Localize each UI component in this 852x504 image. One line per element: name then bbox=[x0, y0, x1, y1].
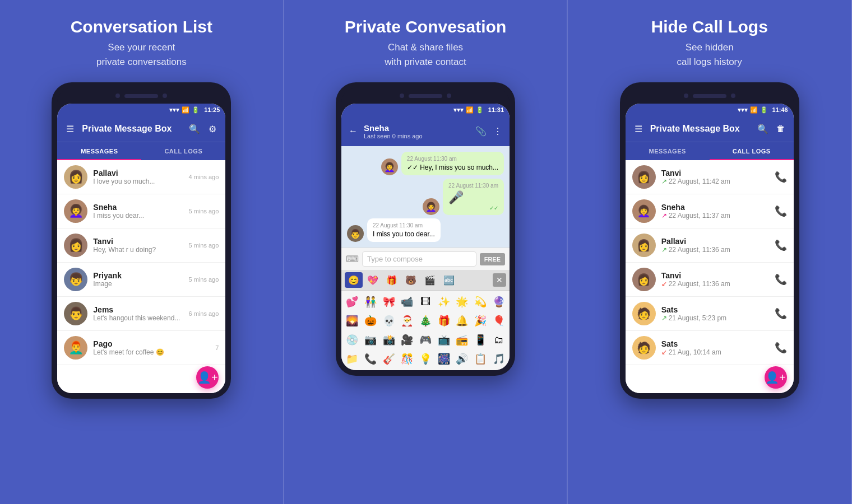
fab-1[interactable]: 👤+ bbox=[196, 366, 219, 389]
more-icon-2[interactable]: ⋮ bbox=[492, 125, 504, 137]
wifi-icon-1: 📶 bbox=[182, 106, 189, 114]
emoji-pumpkin[interactable]: 🎃 bbox=[362, 312, 379, 330]
avatar-priyank: 👦 bbox=[64, 268, 87, 291]
time-3: 11:46 bbox=[772, 106, 788, 113]
emoji-gamepad[interactable]: 🎮 bbox=[417, 331, 434, 349]
emoji-dizzy[interactable]: 💫 bbox=[472, 293, 489, 311]
call-phone-icon-3[interactable]: 📞 bbox=[775, 239, 787, 251]
emoji-hearts[interactable]: 💕 bbox=[344, 293, 361, 311]
emoji-tel[interactable]: 📞 bbox=[362, 350, 379, 368]
emoji-couple[interactable]: 👫 bbox=[362, 293, 379, 311]
menu-icon-1[interactable]: ☰ bbox=[64, 123, 76, 135]
emoji-party[interactable]: 🎉 bbox=[472, 312, 489, 330]
conv-item-tanvi[interactable]: 👩 Tanvi Hey, What r u doing? 5 mins ago bbox=[57, 228, 225, 263]
call-phone-icon-5[interactable]: 📞 bbox=[775, 307, 787, 320]
emoji-crystal[interactable]: 🔮 bbox=[490, 293, 507, 311]
emoji-tree[interactable]: 🎄 bbox=[417, 312, 434, 330]
back-icon-2[interactable]: ← bbox=[347, 125, 359, 137]
emoji-bell[interactable]: 🔔 bbox=[453, 312, 471, 330]
emoji-tab-animals[interactable]: 🐻 bbox=[402, 272, 420, 288]
call-item-sats-2[interactable]: 🧑 Sats ↙ 21 Aug, 10:14 am 📞 bbox=[626, 331, 794, 365]
call-phone-icon-1[interactable]: 📞 bbox=[775, 171, 787, 183]
emoji-sparkles[interactable]: ✨ bbox=[435, 293, 452, 311]
msg-row-3: 👨 22 August 11:30 am I miss you too dear… bbox=[347, 218, 504, 242]
call-item-sats-1[interactable]: 🧑 Sats ↗ 21 August, 5:23 pm 📞 bbox=[626, 297, 794, 331]
emoji-music[interactable]: 🎵 bbox=[490, 350, 507, 368]
call-item-pallavi[interactable]: 👩 Pallavi ↗ 22 August, 11:36 am 📞 bbox=[626, 228, 794, 263]
emoji-star[interactable]: 🌟 bbox=[453, 293, 471, 311]
compose-input-2[interactable]: Type to compose bbox=[362, 251, 476, 267]
emoji-video[interactable]: 📹 bbox=[399, 293, 416, 311]
call-item-tanvi-1[interactable]: 👩 Tanvi ↗ 22 August, 11:42 am 📞 bbox=[626, 160, 794, 194]
call-time-sats-2: ↙ 21 Aug, 10:14 am bbox=[661, 348, 769, 356]
emoji-tab-text[interactable]: 🔤 bbox=[440, 272, 458, 288]
emoji-santa[interactable]: 🎅 bbox=[399, 312, 416, 330]
emoji-phone[interactable]: 📱 bbox=[472, 331, 489, 349]
call-arrow-sats-2: ↙ bbox=[661, 348, 667, 356]
emoji-confetti[interactable]: 🎊 bbox=[399, 350, 416, 368]
bubble-meta-2: 22 August 11:30 am bbox=[448, 183, 498, 189]
conv-item-sneha[interactable]: 👩‍🦱 Sneha I miss you dear... 5 mins ago bbox=[57, 194, 225, 228]
emoji-sunrise[interactable]: 🌄 bbox=[344, 312, 361, 330]
emoji-radio[interactable]: 📻 bbox=[453, 331, 471, 349]
emoji-tv[interactable]: 📺 bbox=[435, 331, 452, 349]
emoji-files[interactable]: 📁 bbox=[344, 350, 361, 368]
chat-header-info-2: Sneha Last seen 0 mins ago bbox=[364, 123, 470, 139]
delete-icon-3[interactable]: 🗑 bbox=[775, 123, 787, 135]
signal-icon-2: ▾▾▾ bbox=[453, 106, 464, 114]
emoji-close-btn[interactable]: ✕ bbox=[493, 273, 506, 287]
tab-messages-1[interactable]: MESSAGES bbox=[57, 142, 141, 160]
wifi-icon-3: 📶 bbox=[750, 106, 758, 114]
call-avatar-tanvi-2: 👩 bbox=[632, 268, 656, 291]
call-item-tanvi-2[interactable]: 👩 Tanvi ↙ 22 August, 11:36 am 📞 bbox=[626, 263, 794, 297]
emoji-tab-media[interactable]: 🎬 bbox=[421, 272, 439, 288]
emoji-toolbar-2: 😊 💖 🎁 🐻 🎬 🔤 ✕ bbox=[341, 270, 510, 291]
conv-item-jems[interactable]: 👨 Jems Let's hangout this weekend... 6 m… bbox=[57, 297, 225, 331]
emoji-speaker[interactable]: 🔊 bbox=[453, 350, 471, 368]
time-2: 11:31 bbox=[488, 106, 504, 113]
tab-calllogs-1[interactable]: CALL LOGS bbox=[141, 142, 225, 160]
emoji-selfie[interactable]: 📸 bbox=[380, 331, 397, 349]
emoji-folder[interactable]: 🗂 bbox=[490, 331, 507, 349]
call-item-sneha[interactable]: 👩‍🦱 Sneha ↗ 22 August, 11:37 am 📞 bbox=[626, 194, 794, 228]
camera-1 bbox=[115, 94, 120, 98]
emoji-skull[interactable]: 💀 bbox=[380, 312, 397, 330]
attach-icon-2[interactable]: 📎 bbox=[475, 125, 487, 137]
emoji-tab-gifts[interactable]: 🎁 bbox=[383, 272, 401, 288]
menu-icon-3[interactable]: ☰ bbox=[632, 123, 645, 135]
call-phone-icon-2[interactable]: 📞 bbox=[775, 205, 787, 217]
emoji-bulb[interactable]: 💡 bbox=[417, 350, 434, 368]
emoji-tab-hearts[interactable]: 💖 bbox=[364, 272, 382, 288]
conv-info-jems: Jems Let's hangout this weekend... bbox=[93, 305, 183, 322]
search-icon-3[interactable]: 🔍 bbox=[757, 123, 769, 135]
avatar-sneha: 👩‍🦱 bbox=[64, 199, 87, 223]
emoji-clipboard[interactable]: 📋 bbox=[472, 350, 489, 368]
emoji-gift[interactable]: 🎁 bbox=[435, 312, 452, 330]
fab-3[interactable]: 👤+ bbox=[765, 366, 787, 389]
call-phone-icon-4[interactable]: 📞 bbox=[775, 273, 787, 286]
emoji-guitar[interactable]: 🎸 bbox=[380, 350, 397, 368]
conv-item-priyank[interactable]: 👦 Priyank Image 5 mins ago bbox=[57, 263, 225, 297]
emoji-movie[interactable]: 🎥 bbox=[399, 331, 416, 349]
tab-calllogs-3[interactable]: CALL LOGS bbox=[710, 142, 794, 160]
conv-name-pallavi: Pallavi bbox=[93, 169, 183, 178]
tab-messages-3[interactable]: MESSAGES bbox=[626, 142, 710, 160]
chat-header-2: ← Sneha Last seen 0 mins ago 📎 ⋮ bbox=[341, 116, 510, 146]
conv-info-tanvi: Tanvi Hey, What r u doing? bbox=[93, 237, 183, 254]
settings-icon-1[interactable]: ⚙ bbox=[206, 123, 219, 135]
msg-row-2: 22 August 11:30 am 🎤 ✓✓ 👩‍🦱 bbox=[347, 179, 504, 215]
emoji-balloon[interactable]: 🎈 bbox=[490, 312, 507, 330]
search-icon-1[interactable]: 🔍 bbox=[188, 123, 201, 135]
emoji-bow[interactable]: 🎀 bbox=[380, 293, 397, 311]
emoji-film[interactable]: 🎞 bbox=[417, 293, 434, 311]
conv-item-pallavi[interactable]: 👩 Pallavi I love you so much... 4 mins a… bbox=[57, 160, 225, 194]
emoji-disc[interactable]: 💿 bbox=[344, 331, 361, 349]
conv-item-pago[interactable]: 👨‍🦰 Pago Let's meet for coffee 😊 7 bbox=[57, 331, 225, 365]
emoji-camera[interactable]: 📷 bbox=[362, 331, 379, 349]
emoji-grid-2: 💕 👫 🎀 📹 🎞 ✨ 🌟 💫 🔮 🌄 🎃 💀 🎅 🎄 🎁 🔔 🎉 🎈 💿 bbox=[341, 291, 510, 370]
status-bar-1: ▾▾▾ 📶 🔋 11:25 bbox=[57, 104, 225, 116]
emoji-tab-smiley[interactable]: 😊 bbox=[345, 272, 363, 288]
emoji-fireworks[interactable]: 🎆 bbox=[435, 350, 452, 368]
compose-free-btn-2[interactable]: FREE bbox=[480, 253, 505, 265]
call-phone-icon-6[interactable]: 📞 bbox=[775, 342, 787, 354]
